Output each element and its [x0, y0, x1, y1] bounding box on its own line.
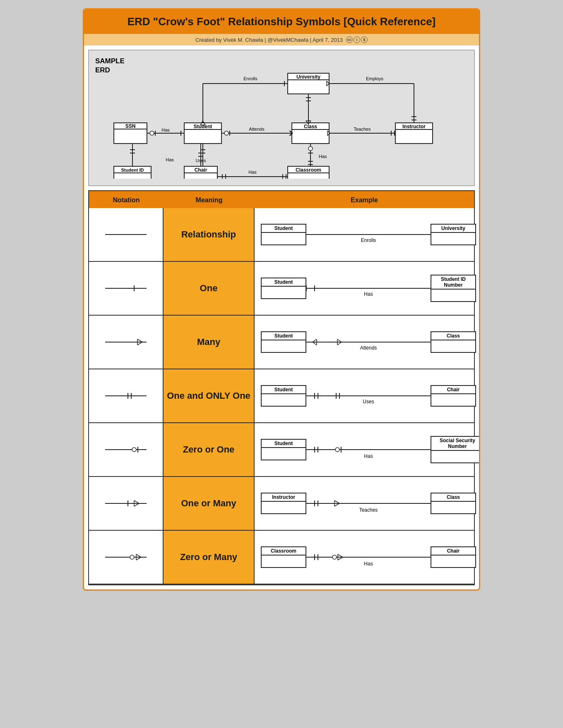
ex-entity-classroom-zm: Classroom: [261, 546, 306, 568]
svg-text:Has: Has: [248, 170, 257, 175]
nc-icon: $: [361, 36, 368, 43]
svg-point-28: [150, 131, 154, 135]
notation-svg-one: [101, 282, 151, 295]
svg-text:Has: Has: [364, 561, 373, 567]
ex-entity-chair-zm: Chair: [431, 546, 476, 568]
ex-entity-student-zo: Student: [261, 439, 306, 460]
row-one-only: One and ONLY One Student Uses Chair: [89, 369, 474, 423]
example-zero-one: Student Has Social Security Number: [255, 423, 480, 476]
header-meaning: Meaning: [164, 192, 255, 208]
svg-text:Enrolls: Enrolls: [361, 237, 376, 243]
subtitle-text: Created by Vivek M. Chawla | @VivekMChaw…: [195, 37, 343, 43]
meaning-one-only: One and ONLY One: [164, 369, 255, 422]
svg-point-126: [332, 555, 337, 559]
svg-text:Student ID: Student ID: [121, 168, 144, 172]
notation-svg-zero-many: [101, 551, 151, 563]
example-one: Student Has Student ID Number: [255, 262, 480, 315]
ex-entity-chair-oo: Chair: [431, 385, 476, 407]
erd-section: SAMPLEERD SSN Student: [88, 50, 475, 186]
example-relationship: Student Enrolls University: [255, 208, 480, 261]
svg-text:Attends: Attends: [249, 127, 265, 132]
title-bar: ERD "Crow's Foot" Relationship Symbols […: [84, 10, 479, 34]
ex-svg-zo: Has: [306, 433, 431, 466]
ex-entity-student-oo: Student: [261, 385, 306, 407]
svg-text:Has: Has: [161, 127, 170, 132]
ex-entity-class-many: Class: [431, 331, 476, 353]
notation-one-many: [89, 477, 164, 530]
page-container: ERD "Crow's Foot" Relationship Symbols […: [83, 8, 480, 591]
ex-entity-body: [431, 233, 475, 244]
ex-svg-om: Teaches: [306, 487, 431, 520]
ex-entity-ssn-zo: Social Security Number: [431, 436, 480, 463]
header-example: Example: [255, 192, 474, 208]
ex-entity-class-om: Class: [431, 493, 476, 514]
ex-svg-one: Has: [306, 272, 431, 305]
page-title: ERD "Crow's Foot" Relationship Symbols […: [92, 15, 471, 28]
ex-svg-oo: Uses: [306, 379, 431, 412]
svg-text:Enrolls: Enrolls: [243, 76, 257, 81]
row-one: One Student Has Student ID Number: [89, 262, 474, 316]
erd-diagram: SSN Student University Class Instructor …: [89, 50, 462, 179]
cc-icon: cc: [346, 36, 353, 43]
row-many: Many Student Attends Cl: [89, 316, 474, 369]
subtitle-bar: Created by Vivek M. Chawla | @VivekMChaw…: [84, 34, 479, 46]
notation-zero-one: [89, 423, 164, 476]
svg-point-104: [132, 448, 136, 452]
notation-zero-many: [89, 531, 164, 584]
row-relationship: Relationship Student Enrolls University: [89, 208, 474, 262]
svg-text:Attends: Attends: [360, 345, 377, 351]
svg-text:Instructor: Instructor: [402, 124, 426, 129]
meaning-many: Many: [164, 316, 255, 369]
reference-table: Notation Meaning Example Relationship St…: [88, 190, 475, 585]
ex-entity-instructor-om: Instructor: [261, 493, 306, 514]
notation-svg-relationship: [101, 228, 151, 241]
by-icon: i: [354, 36, 360, 43]
notation-svg-one-many: [101, 497, 151, 510]
notation-svg-zero-one: [101, 443, 151, 456]
meaning-zero-one: Zero or One: [164, 423, 255, 476]
meaning-relationship: Relationship: [164, 208, 255, 261]
svg-text:Employs: Employs: [366, 76, 384, 81]
notation-relationship: [89, 208, 164, 261]
svg-text:Has: Has: [364, 453, 373, 459]
ex-entity-body: [262, 233, 306, 244]
ref-table-header: Notation Meaning Example: [89, 191, 474, 208]
notation-many: [89, 316, 164, 369]
ex-svg-many: Attends: [306, 326, 431, 359]
svg-point-55: [224, 131, 229, 135]
example-zero-many: Classroom Has Chair: [255, 531, 480, 584]
svg-text:Classroom: Classroom: [296, 167, 321, 173]
svg-text:University: University: [296, 74, 320, 80]
ex-entity-ssn-one: Student ID Number: [431, 275, 476, 302]
ex-entity-student-one: Student: [261, 278, 306, 299]
svg-text:Has: Has: [166, 157, 174, 162]
notation-one-only: [89, 369, 164, 422]
svg-text:Uses: Uses: [195, 158, 206, 163]
ex-entity-name: University: [431, 225, 475, 233]
svg-text:Class: Class: [304, 124, 317, 129]
svg-text:Chair: Chair: [195, 167, 207, 173]
row-zero-many: Zero or Many Classroom Has Chair: [89, 531, 474, 584]
ex-entity-name: Student: [262, 225, 306, 233]
example-many: Student Attends Class: [255, 316, 480, 369]
header-notation: Notation: [89, 192, 164, 208]
meaning-zero-many: Zero or Many: [164, 531, 255, 584]
svg-point-121: [130, 555, 134, 559]
svg-text:Teaches: Teaches: [359, 507, 378, 513]
ex-svg-r: Enrolls: [306, 218, 431, 251]
row-one-many: One or Many Instructor Teaches Cla: [89, 477, 474, 531]
ex-entity-univ-r: University: [431, 224, 476, 245]
svg-text:SSN: SSN: [125, 123, 136, 129]
row-zero-one: Zero or One Student Has Social Security …: [89, 423, 474, 477]
example-one-many: Instructor Teaches Class: [255, 477, 480, 530]
svg-point-74: [308, 146, 313, 151]
notation-svg-one-only: [101, 390, 151, 402]
svg-point-109: [335, 448, 339, 452]
cc-icons: cc i $: [346, 36, 368, 43]
notation-svg-many: [101, 336, 151, 348]
meaning-one: One: [164, 262, 255, 315]
svg-text:Has: Has: [319, 154, 327, 159]
ex-svg-zm: Has: [306, 541, 431, 574]
ex-entity-student-many: Student: [261, 331, 306, 353]
notation-one: [89, 262, 164, 315]
